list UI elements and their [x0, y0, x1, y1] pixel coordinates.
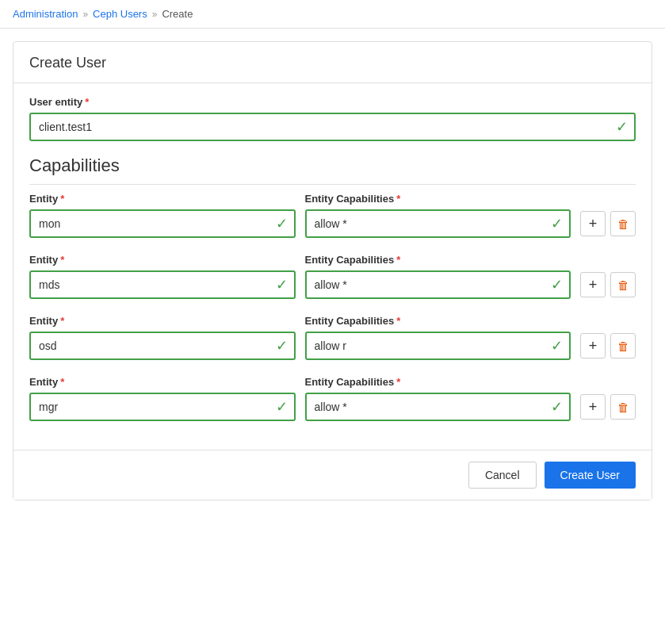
- entity-input-wrapper-2: ✓: [29, 332, 296, 360]
- add-capability-button-0[interactable]: +: [580, 211, 606, 236]
- caps-input-wrapper-1: ✓: [305, 270, 571, 299]
- breadcrumb-sep-2: »: [152, 9, 158, 20]
- breadcrumb-ceph-users[interactable]: Ceph Users: [93, 8, 147, 20]
- page-wrapper: Administration » Ceph Users » Create Cre…: [0, 0, 665, 644]
- entity-input-wrapper-3: ✓: [29, 393, 296, 421]
- add-capability-button-2[interactable]: +: [580, 333, 606, 358]
- entity-group-2: Entity* ✓: [29, 315, 296, 360]
- breadcrumb-sep-1: »: [82, 9, 88, 20]
- entity-input-0[interactable]: [29, 209, 296, 238]
- user-entity-required: *: [85, 96, 89, 108]
- caps-group-2: Entity Capabilities* ✓: [305, 315, 571, 360]
- caps-label-0: Entity Capabilities*: [305, 193, 571, 205]
- caps-actions-2: + 🗑: [580, 333, 636, 360]
- caps-label-2: Entity Capabilities*: [305, 315, 571, 327]
- capability-row-2: Entity* ✓ Entity Capabilities*: [29, 315, 636, 360]
- capability-row-0: Entity* ✓ Entity Capabilities*: [29, 193, 636, 238]
- entity-input-2[interactable]: [29, 332, 296, 360]
- caps-group-1: Entity Capabilities* ✓: [305, 254, 571, 299]
- user-entity-input-wrapper: ✓: [29, 113, 636, 141]
- entity-input-1[interactable]: [29, 270, 296, 299]
- delete-capability-button-0[interactable]: 🗑: [610, 211, 636, 236]
- caps-input-1[interactable]: [305, 270, 571, 299]
- entity-group-0: Entity* ✓: [29, 193, 296, 238]
- delete-capability-button-1[interactable]: 🗑: [610, 272, 636, 297]
- capability-row-3: Entity* ✓ Entity Capabilities*: [29, 376, 636, 421]
- caps-group-0: Entity Capabilities* ✓: [305, 193, 571, 238]
- caps-input-wrapper-3: ✓: [305, 393, 571, 421]
- main-content: Create User User entity* ✓ Capabilities: [0, 29, 665, 644]
- caps-label-3: Entity Capabilities*: [305, 376, 571, 388]
- page-title: Create User: [13, 42, 652, 83]
- entity-input-wrapper-0: ✓: [29, 209, 296, 238]
- user-entity-group: User entity* ✓: [29, 96, 636, 141]
- caps-input-3[interactable]: [305, 393, 571, 421]
- add-capability-button-1[interactable]: +: [580, 272, 606, 297]
- user-entity-label: User entity*: [29, 96, 636, 108]
- cancel-button[interactable]: Cancel: [468, 462, 537, 489]
- entity-group-3: Entity* ✓: [29, 376, 296, 421]
- entity-input-3[interactable]: [29, 393, 296, 421]
- create-user-card: Create User User entity* ✓ Capabilities: [13, 41, 652, 500]
- entity-input-wrapper-1: ✓: [29, 270, 296, 299]
- delete-capability-button-2[interactable]: 🗑: [610, 333, 636, 358]
- capabilities-section: Capabilities Entity* ✓: [29, 155, 636, 421]
- caps-actions-0: + 🗑: [580, 211, 636, 238]
- breadcrumb-create: Create: [162, 8, 193, 20]
- entity-label-2: Entity*: [29, 315, 296, 327]
- caps-input-2[interactable]: [305, 332, 571, 360]
- caps-actions-1: + 🗑: [580, 272, 636, 299]
- breadcrumb-administration[interactable]: Administration: [13, 8, 78, 20]
- capabilities-title: Capabilities: [29, 155, 636, 185]
- caps-label-1: Entity Capabilities*: [305, 254, 571, 266]
- create-user-button[interactable]: Create User: [545, 462, 636, 489]
- capability-row-1: Entity* ✓ Entity Capabilities*: [29, 254, 636, 299]
- user-entity-input[interactable]: [29, 113, 636, 141]
- add-capability-button-3[interactable]: +: [580, 394, 606, 420]
- caps-actions-3: + 🗑: [580, 394, 636, 421]
- caps-input-0[interactable]: [305, 209, 571, 238]
- form-footer: Cancel Create User: [13, 450, 652, 500]
- caps-input-wrapper-2: ✓: [305, 332, 571, 360]
- entity-group-1: Entity* ✓: [29, 254, 296, 299]
- breadcrumb: Administration » Ceph Users » Create: [0, 0, 665, 29]
- delete-capability-button-3[interactable]: 🗑: [610, 394, 636, 420]
- entity-label-0: Entity*: [29, 193, 296, 205]
- caps-input-wrapper-0: ✓: [305, 209, 571, 238]
- card-body: User entity* ✓ Capabilities Entity*: [13, 83, 652, 450]
- entity-label-3: Entity*: [29, 376, 296, 388]
- entity-label-1: Entity*: [29, 254, 296, 266]
- caps-group-3: Entity Capabilities* ✓: [305, 376, 571, 421]
